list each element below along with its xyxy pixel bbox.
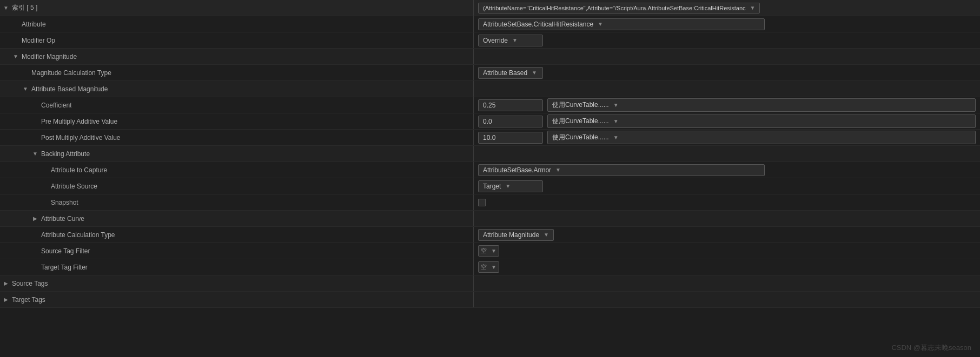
modifier-op-row: Modifier Op Override ▼ xyxy=(0,32,980,49)
target-tag-filter-row: Target Tag Filter 空 ▼ xyxy=(0,259,980,275)
backing-attr-left: ▼ Backing Attribute xyxy=(0,146,473,161)
header-row: ▼ 索引 [ 5 ] (AttributeName="CriticalHitRe… xyxy=(0,0,980,16)
source-tags-label: Source Tags xyxy=(12,280,48,287)
source-tag-icon: 空 xyxy=(481,247,487,255)
attribute-label: Attribute xyxy=(22,21,46,28)
post-multiply-right: 使用CurveTable...... ▼ xyxy=(473,130,980,145)
magnitude-calc-arrow: ▼ xyxy=(532,70,537,76)
coefficient-right: 使用CurveTable...... ▼ xyxy=(473,97,980,113)
attribute-left: Attribute xyxy=(0,16,473,32)
backing-attr-label: Backing Attribute xyxy=(41,150,90,158)
attr-curve-right xyxy=(473,211,980,226)
pre-multiply-right: 使用CurveTable...... ▼ xyxy=(473,113,980,129)
attr-curve-left: ▶ Attribute Curve xyxy=(0,211,473,226)
coefficient-curve-arrow: ▼ xyxy=(613,102,619,108)
attr-based-mag-right xyxy=(473,81,980,97)
attr-source-right: Target ▼ xyxy=(473,178,980,194)
source-tags-collapse[interactable]: ▶ xyxy=(2,280,10,287)
target-tags-collapse[interactable]: ▶ xyxy=(2,296,10,304)
attr-calc-type-arrow: ▼ xyxy=(544,232,549,238)
attr-capture-row: Attribute to Capture AttributeSetBase.Ar… xyxy=(0,162,980,178)
index-label: 索引 [ 5 ] xyxy=(12,3,37,12)
post-multiply-curve-text: 使用CurveTable...... xyxy=(552,133,609,142)
pre-multiply-input[interactable] xyxy=(478,116,543,127)
source-tag-filter-right: 空 ▼ xyxy=(473,243,980,259)
target-tag-filter-label: Target Tag Filter xyxy=(41,264,88,271)
magnitude-calc-row: Magnitude Calculation Type Attribute Bas… xyxy=(0,65,980,81)
attr-source-row: Attribute Source Target ▼ xyxy=(0,178,980,194)
attribute-dropdown-arrow: ▼ xyxy=(598,21,603,27)
coefficient-row: Coefficient 使用CurveTable...... ▼ xyxy=(0,97,980,113)
source-tag-filter-row: Source Tag Filter 空 ▼ xyxy=(0,243,980,259)
post-multiply-input[interactable] xyxy=(478,132,543,144)
main-container: ▼ 索引 [ 5 ] (AttributeName="CriticalHitRe… xyxy=(0,0,980,357)
coefficient-left: Coefficient xyxy=(0,97,473,113)
modifier-magnitude-right xyxy=(473,49,980,64)
backing-attr-right xyxy=(473,146,980,161)
coefficient-curve-dropdown[interactable]: 使用CurveTable...... ▼ xyxy=(547,98,976,112)
attribute-right: AttributeSetBase.CriticalHitResistance ▼ xyxy=(473,16,980,32)
attribute-row: Attribute AttributeSetBase.CriticalHitRe… xyxy=(0,16,980,32)
modifier-op-dropdown[interactable]: Override ▼ xyxy=(478,35,543,46)
snapshot-label: Snapshot xyxy=(51,199,78,206)
attr-capture-right: AttributeSetBase.Armor ▼ xyxy=(473,162,980,178)
target-tags-right xyxy=(473,292,980,307)
snapshot-left: Snapshot xyxy=(0,194,473,210)
backing-attr-collapse[interactable]: ▼ xyxy=(31,150,39,158)
attr-calc-type-left: Attribute Calculation Type xyxy=(0,227,473,243)
magnitude-calc-text: Attribute Based xyxy=(483,69,527,77)
attr-calc-type-dropdown[interactable]: Attribute Magnitude ▼ xyxy=(478,229,554,241)
attr-calc-type-row: Attribute Calculation Type Attribute Mag… xyxy=(0,227,980,243)
attr-curve-row: ▶ Attribute Curve xyxy=(0,211,980,227)
modifier-magnitude-left: ▼ Modifier Magnitude xyxy=(0,49,473,64)
source-tag-arrow[interactable]: ▼ xyxy=(491,248,496,254)
target-tag-icon: 空 xyxy=(481,263,487,271)
modifier-op-text: Override xyxy=(483,37,508,44)
attr-capture-label: Attribute to Capture xyxy=(51,166,107,174)
magnitude-calc-right: Attribute Based ▼ xyxy=(473,65,980,80)
target-tags-left: ▶ Target Tags xyxy=(0,292,473,307)
pre-multiply-left: Pre Multiply Additive Value xyxy=(0,113,473,129)
header-dropdown[interactable]: (AttributeName="CriticalHitResistance",A… xyxy=(478,3,760,14)
watermark: CSDN @暮志未晚season xyxy=(891,343,971,353)
target-tags-label: Target Tags xyxy=(12,296,45,304)
attr-based-mag-collapse[interactable]: ▼ xyxy=(22,85,29,93)
attr-capture-arrow: ▼ xyxy=(555,167,561,173)
attr-curve-collapse[interactable]: ▶ xyxy=(31,215,39,223)
modifier-op-right: Override ▼ xyxy=(473,32,980,48)
target-tag-filter-widget[interactable]: 空 ▼ xyxy=(478,261,499,273)
backing-attr-row: ▼ Backing Attribute xyxy=(0,146,980,162)
coefficient-input[interactable] xyxy=(478,99,543,111)
coefficient-label: Coefficient xyxy=(41,102,71,109)
attr-source-dropdown[interactable]: Target ▼ xyxy=(478,180,543,192)
post-multiply-label: Post Multiply Additive Value xyxy=(41,134,121,142)
modifier-op-arrow: ▼ xyxy=(512,37,518,43)
post-multiply-curve-dropdown[interactable]: 使用CurveTable...... ▼ xyxy=(547,131,976,144)
magnitude-calc-dropdown[interactable]: Attribute Based ▼ xyxy=(478,67,543,79)
attribute-dropdown[interactable]: AttributeSetBase.CriticalHitResistance ▼ xyxy=(478,18,765,30)
target-tag-filter-left: Target Tag Filter xyxy=(0,259,473,275)
modifier-op-left: Modifier Op xyxy=(0,32,473,48)
post-multiply-curve-arrow: ▼ xyxy=(613,134,619,140)
magnitude-calc-label: Magnitude Calculation Type xyxy=(31,69,111,77)
snapshot-right xyxy=(473,194,980,210)
attr-based-mag-label: Attribute Based Magnitude xyxy=(31,85,108,93)
attr-capture-text: AttributeSetBase.Armor xyxy=(483,166,551,174)
modifier-magnitude-collapse[interactable]: ▼ xyxy=(12,53,19,60)
snapshot-row: Snapshot xyxy=(0,194,980,211)
target-tag-arrow[interactable]: ▼ xyxy=(491,264,496,270)
pre-multiply-curve-text: 使用CurveTable...... xyxy=(552,117,609,126)
coefficient-curve-text: 使用CurveTable...... xyxy=(552,100,609,110)
pre-multiply-curve-dropdown[interactable]: 使用CurveTable...... ▼ xyxy=(547,114,976,128)
index-collapse-icon[interactable]: ▼ xyxy=(2,4,10,12)
source-tags-left: ▶ Source Tags xyxy=(0,275,473,291)
source-tag-filter-widget[interactable]: 空 ▼ xyxy=(478,245,499,257)
post-multiply-left: Post Multiply Additive Value xyxy=(0,130,473,145)
attr-calc-type-label: Attribute Calculation Type xyxy=(41,231,115,239)
attr-capture-dropdown[interactable]: AttributeSetBase.Armor ▼ xyxy=(478,164,765,176)
magnitude-calc-left: Magnitude Calculation Type xyxy=(0,65,473,80)
pre-multiply-curve-arrow: ▼ xyxy=(613,118,619,124)
snapshot-checkbox[interactable] xyxy=(478,199,486,206)
target-tags-row: ▶ Target Tags xyxy=(0,292,980,308)
pre-multiply-label: Pre Multiply Additive Value xyxy=(41,118,117,125)
